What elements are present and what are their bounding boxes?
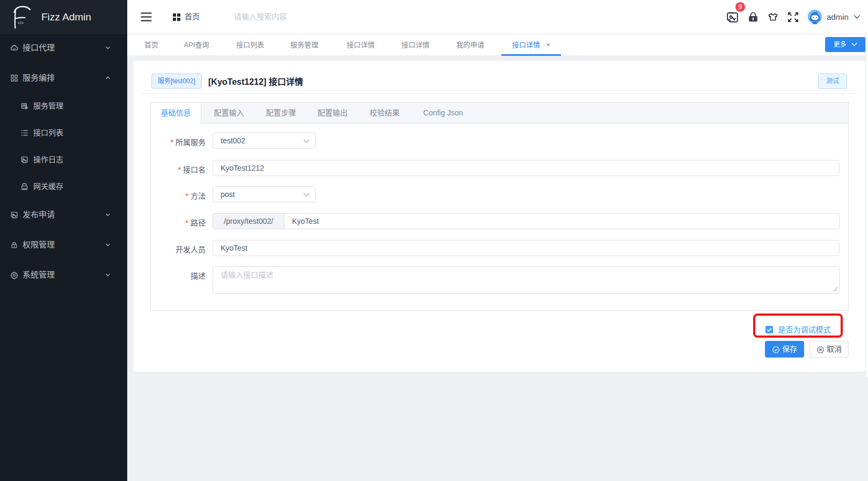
svg-text:</>: </> — [18, 20, 24, 25]
